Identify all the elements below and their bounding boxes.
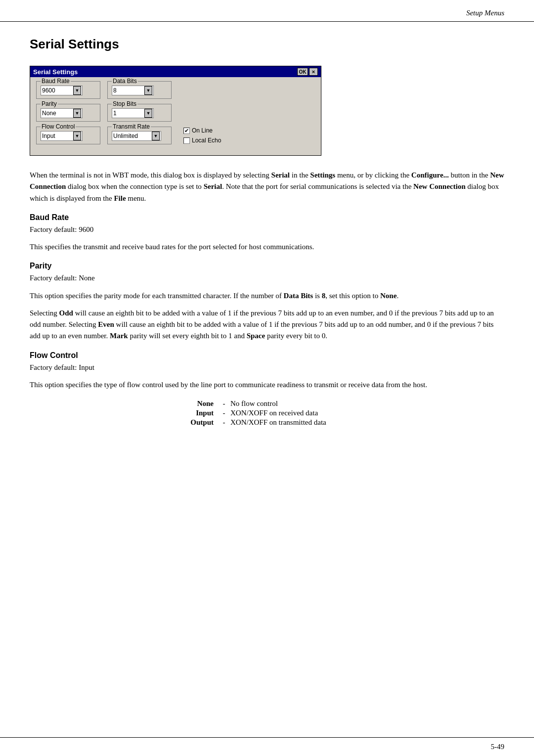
stop-bits-select-row: 1 ▼: [112, 108, 167, 118]
dialog-titlebar-buttons: OK ×: [297, 68, 318, 76]
dialog-title: Serial Settings: [33, 68, 78, 76]
baud-rate-desc: This specifies the transmit and receive …: [30, 241, 504, 253]
page-header: Setup Menus: [0, 0, 534, 22]
flow-output-desc: XON/XOFF on transmitted data: [230, 418, 326, 427]
flow-input-desc: XON/XOFF on received data: [230, 409, 318, 417]
data-bits-fieldset: Data Bits 8 ▼: [107, 81, 172, 99]
online-checkbox[interactable]: ✔: [183, 128, 190, 134]
local-echo-checkbox-row: Local Echo: [183, 137, 221, 144]
dialog-body: Baud Rate 9600 ▼ Data Bits 8 ▼: [30, 77, 321, 155]
dialog-titlebar: Serial Settings OK ×: [30, 66, 321, 77]
baud-rate-heading: Baud Rate: [30, 213, 504, 222]
flow-control-dropdown-arrow[interactable]: ▼: [73, 132, 81, 140]
flow-table-row-none: None - No flow control: [183, 400, 351, 408]
flow-control-body: Factory default: Input This option speci…: [30, 362, 504, 391]
page-footer: 5-49: [0, 737, 534, 756]
baud-rate-select-row: 9600 ▼: [41, 86, 96, 95]
parity-heading: Parity: [30, 262, 504, 270]
serial-settings-dialog: Serial Settings OK × Baud Rate 9600 ▼: [30, 66, 321, 156]
transmit-rate-label: Transmit Rate: [112, 123, 151, 130]
flow-control-default: Factory default: Input: [30, 362, 504, 373]
dialog-ok-button[interactable]: OK: [297, 68, 308, 76]
baud-rate-body: Factory default: 9600 This specifies the…: [30, 224, 504, 253]
dialog-close-button[interactable]: ×: [309, 68, 318, 76]
flow-table-row-input: Input - XON/XOFF on received data: [183, 409, 351, 417]
flow-none-dash: -: [218, 400, 230, 408]
data-bits-label: Data Bits: [112, 78, 138, 85]
intro-paragraph: When the terminal is not in WBT mode, th…: [30, 170, 504, 204]
parity-dropdown-arrow[interactable]: ▼: [73, 109, 81, 118]
flow-control-desc: This option specifies the type of flow c…: [30, 379, 504, 391]
flow-input-label: Input: [183, 409, 218, 417]
online-label: On Line: [192, 127, 213, 134]
page-number: 5-49: [491, 743, 505, 751]
flow-control-heading: Flow Control: [30, 351, 504, 360]
transmit-rate-select[interactable]: Unlimited ▼: [112, 131, 161, 141]
form-row-1: Baud Rate 9600 ▼ Data Bits 8 ▼: [36, 81, 315, 99]
stop-bits-label: Stop Bits: [112, 100, 137, 107]
data-bits-select[interactable]: 8 ▼: [112, 86, 154, 95]
online-checkbox-row: ✔ On Line: [183, 127, 221, 134]
parity-default: Factory default: None: [30, 272, 504, 284]
transmit-rate-value: Unlimited: [113, 133, 138, 139]
parity-desc2: Selecting Odd will cause an eighth bit t…: [30, 308, 504, 342]
flow-control-table: None - No flow control Input - XON/XOFF …: [183, 400, 351, 427]
flow-control-value: Input: [42, 133, 55, 139]
baud-rate-value: 9600: [42, 87, 55, 94]
transmit-rate-dropdown-arrow[interactable]: ▼: [152, 132, 160, 140]
parity-label: Parity: [41, 100, 58, 107]
flow-control-select-row: Input ▼: [41, 131, 96, 141]
flow-control-fieldset: Flow Control Input ▼: [36, 127, 100, 144]
flow-control-select[interactable]: Input ▼: [41, 131, 83, 141]
flow-output-label: Output: [183, 418, 218, 427]
parity-select[interactable]: None ▼: [41, 108, 83, 118]
parity-select-row: None ▼: [41, 108, 96, 118]
form-row-2: Parity None ▼ Stop Bits 1 ▼: [36, 104, 315, 122]
baud-rate-dropdown-arrow[interactable]: ▼: [73, 86, 81, 95]
main-content: Serial Settings Serial Settings OK × Bau…: [0, 22, 534, 447]
data-bits-value: 8: [113, 87, 117, 94]
form-row-3: Flow Control Input ▼ Transmit Rate Unlim…: [36, 127, 315, 144]
flow-input-dash: -: [218, 409, 230, 417]
stop-bits-dropdown-arrow[interactable]: ▼: [144, 109, 152, 118]
parity-fieldset: Parity None ▼: [36, 104, 100, 122]
flow-none-label: None: [183, 400, 218, 408]
parity-body: Factory default: None This option specif…: [30, 272, 504, 342]
flow-none-desc: No flow control: [230, 400, 278, 408]
baud-rate-default: Factory default: 9600: [30, 224, 504, 235]
data-bits-select-row: 8 ▼: [112, 86, 167, 95]
flow-control-label: Flow Control: [41, 123, 76, 130]
parity-desc1: This option specifies the parity mode fo…: [30, 290, 504, 302]
stop-bits-fieldset: Stop Bits 1 ▼: [107, 104, 172, 122]
header-title: Setup Menus: [466, 9, 504, 17]
checkbox-area: ✔ On Line Local Echo: [178, 127, 221, 144]
baud-rate-select[interactable]: 9600 ▼: [41, 86, 83, 95]
local-echo-checkbox[interactable]: [183, 137, 190, 144]
page-title: Serial Settings: [30, 37, 504, 52]
data-bits-dropdown-arrow[interactable]: ▼: [144, 86, 152, 95]
parity-value: None: [42, 110, 56, 117]
stop-bits-value: 1: [113, 110, 117, 117]
baud-rate-label: Baud Rate: [41, 78, 71, 85]
local-echo-label: Local Echo: [192, 137, 221, 144]
flow-output-dash: -: [218, 418, 230, 427]
transmit-rate-fieldset: Transmit Rate Unlimited ▼: [107, 127, 172, 144]
transmit-rate-select-row: Unlimited ▼: [112, 131, 167, 141]
baud-rate-fieldset: Baud Rate 9600 ▼: [36, 81, 100, 99]
flow-table-row-output: Output - XON/XOFF on transmitted data: [183, 418, 351, 427]
stop-bits-select[interactable]: 1 ▼: [112, 108, 154, 118]
